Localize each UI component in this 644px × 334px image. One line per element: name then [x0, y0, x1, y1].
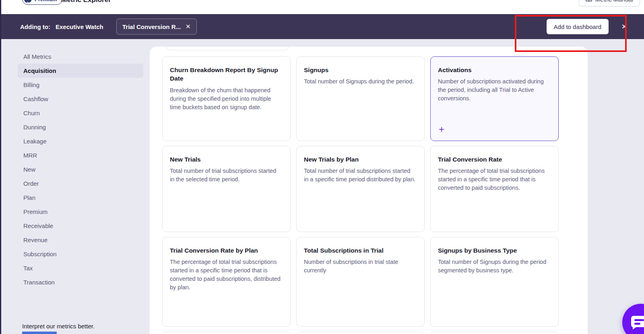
sidebar-item-transaction[interactable]: Transaction [18, 275, 143, 289]
metric-card-title: Total Subscriptions in Trial [304, 246, 416, 255]
metric-card[interactable]: SignupsTotal number of Signups during th… [296, 56, 425, 141]
metric-card-title: New Trials [170, 155, 282, 164]
metric-card-description: Total number of trial subscriptions star… [304, 167, 416, 184]
premium-badge: Premium [22, 0, 62, 5]
metric-card-description: Number of subscriptions in trial state c… [304, 258, 416, 275]
metric-card[interactable]: New Trials by PlanTotal number of trial … [296, 146, 425, 232]
close-icon[interactable]: ✕ [621, 14, 627, 39]
sidebar-item-revenue[interactable]: Revenue [18, 233, 143, 247]
sidebar-item-new[interactable]: New [18, 162, 143, 176]
add-metric-plus-icon[interactable]: + [439, 124, 444, 135]
metrics-panel: Churn Breakdown Report By Signup DateBre… [150, 47, 588, 334]
sidebar-item-cashflow[interactable]: Cashflow [18, 92, 143, 106]
sidebar-item-churn[interactable]: Churn [18, 106, 143, 120]
book-icon [586, 0, 592, 2]
sidebar-item-tax[interactable]: Tax [18, 261, 143, 275]
selected-metric-chip[interactable]: Trial Conversion R... ✕ [116, 19, 197, 35]
sidebar-category-list: All MetricsAcquisitionBillingCashflowChu… [0, 50, 150, 289]
metric-card-description: The percentage of total trial subscripti… [438, 167, 550, 192]
sidebar-item-dunning[interactable]: Dunning [18, 120, 143, 134]
page-title: Metric Explorer [61, 0, 111, 4]
metric-card-title: Signups [304, 66, 416, 74]
sidebar-item-all-metrics[interactable]: All Metrics [18, 50, 143, 64]
metric-card[interactable]: Trial Conversion RateThe percentage of t… [430, 146, 559, 232]
metric-card[interactable]: New TrialsTotal number of trial subscrip… [162, 146, 291, 232]
partial-metric-card [162, 332, 291, 334]
metric-card-title: Trial Conversion Rate [438, 155, 550, 164]
metric-card-title: Churn Breakdown Report By Signup Date [170, 66, 282, 83]
metric-card[interactable]: Signups by Business TypeTotal number of … [430, 237, 559, 327]
metric-card-description: Number of subscriptions activated during… [438, 77, 550, 103]
sidebar-item-premium[interactable]: Premium [18, 205, 143, 219]
sidebar-item-order[interactable]: Order [18, 176, 143, 191]
premium-badge-icon [24, 0, 32, 3]
chip-close-icon[interactable]: ✕ [186, 23, 191, 30]
metric-cards-grid: Churn Breakdown Report By Signup DateBre… [162, 56, 559, 334]
chat-launcher-button[interactable] [622, 304, 644, 334]
metric-card[interactable]: ActivationsNumber of subscriptions activ… [430, 56, 559, 141]
sidebar-item-acquisition[interactable]: Acquisition [18, 64, 143, 78]
sidebar-footer-text: Interpret our metrics better. [22, 323, 95, 330]
sidebar-item-receivable[interactable]: Receivable [18, 219, 143, 233]
add-to-dashboard-bar: Adding to: Executive Watch Trial Convers… [0, 14, 644, 39]
metric-card[interactable]: Churn Breakdown Report By Signup DateBre… [162, 56, 291, 141]
metric-card-title: Activations [438, 66, 550, 74]
metric-manual-label: Metric Manual [595, 0, 633, 3]
sidebar-item-billing[interactable]: Billing [18, 78, 143, 92]
partial-link-text[interactable] [22, 332, 57, 334]
window-left-edge [0, 0, 1, 334]
metric-card-title: New Trials by Plan [304, 155, 416, 164]
sidebar-item-leakage[interactable]: Leakage [18, 134, 143, 148]
sidebar-item-subscription[interactable]: Subscription [18, 247, 143, 261]
add-to-dashboard-button[interactable]: Add to dashboard [547, 19, 609, 34]
metric-card-description: Total number of Signups during the perio… [438, 258, 550, 275]
premium-badge-label: Premium [35, 0, 57, 2]
partial-metric-card [430, 332, 559, 334]
metric-card[interactable]: Trial Conversion Rate by PlanThe percent… [162, 237, 291, 327]
partial-metric-card [296, 332, 425, 334]
metric-category-sidebar: All MetricsAcquisitionBillingCashflowChu… [0, 39, 150, 334]
metric-card-description: The percentage of total trial subscripti… [170, 258, 282, 292]
adding-to-label: Adding to: [20, 23, 50, 30]
selected-metric-chip-label: Trial Conversion R... [122, 23, 181, 30]
target-dashboard-name: Executive Watch [56, 23, 103, 30]
partial-search-input[interactable] [166, 47, 289, 50]
chat-bubble-icon [630, 315, 644, 332]
metric-card-description: Breakdown of the churn that happened dur… [170, 86, 282, 112]
metric-card[interactable]: Total Subscriptions in TrialNumber of su… [296, 237, 425, 327]
sidebar-item-plan[interactable]: Plan [18, 191, 143, 205]
sidebar-item-mrr[interactable]: MRR [18, 148, 143, 162]
metric-manual-button[interactable]: Metric Manual [579, 0, 640, 6]
metric-card-description: Total number of Signups during the perio… [304, 77, 416, 86]
app-header: Premium Metric Explorer Metric Manual [0, 0, 644, 14]
metric-card-title: Trial Conversion Rate by Plan [170, 246, 282, 255]
metric-card-description: Total number of trial subscriptions star… [170, 167, 282, 184]
metric-card-title: Signups by Business Type [438, 246, 550, 255]
